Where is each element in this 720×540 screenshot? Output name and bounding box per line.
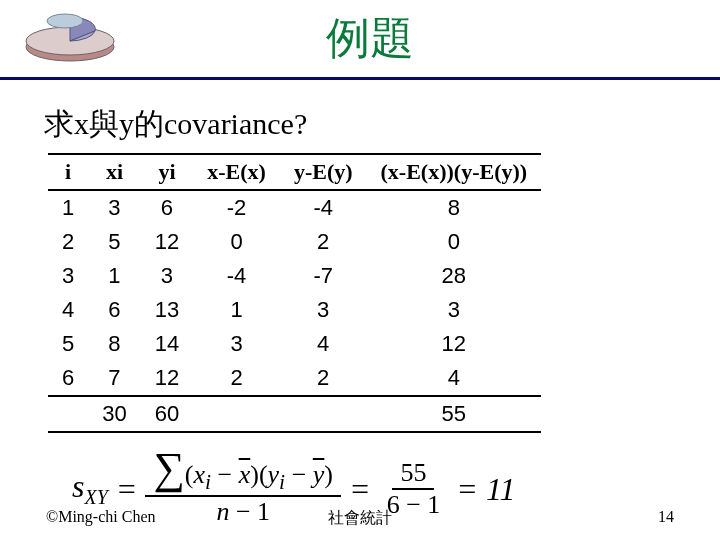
table-cell: -4 [193,259,280,293]
table-cell: 12 [367,327,542,361]
table-row: 313-4-728 [48,259,541,293]
col-header: (x-E(x))(y-E(y)) [367,154,542,190]
question-text: 求x與y的covariance? [0,80,720,153]
table-cell: 5 [88,225,140,259]
slide-footer: ©Ming-chi Chen 社會統計 14 [0,508,720,526]
slide-header: 例題 [0,0,720,80]
table-cell: 6 [141,190,193,225]
equals-sign-2: = [349,471,371,508]
table-cell: 12 [141,361,193,396]
table-cell: 4 [280,327,367,361]
table-cell: 3 [141,259,193,293]
col-header: i [48,154,88,190]
sum-cell [48,396,88,432]
col-header: y-E(y) [280,154,367,190]
table-cell: 13 [141,293,193,327]
table-cell: 4 [48,293,88,327]
table-cell: 7 [88,361,140,396]
table-cell: 0 [193,225,280,259]
sum-cell: 55 [367,396,542,432]
table-cell: 0 [367,225,542,259]
sum-cell: 30 [88,396,140,432]
table-cell: -4 [280,190,367,225]
sum-row: 306055 [48,396,541,432]
table-cell: 2 [193,361,280,396]
col-header: xi [88,154,140,190]
table-cell: 4 [367,361,542,396]
equals-sign: = [116,471,138,508]
footer-pagenum: 14 [658,508,674,526]
col-header: x-E(x) [193,154,280,190]
table-cell: -7 [280,259,367,293]
table-cell: 2 [280,361,367,396]
table-cell: 3 [48,259,88,293]
data-table-container: ixiyix-E(x)y-E(y)(x-E(x))(y-E(y)) 136-2-… [0,153,720,433]
table-cell: 3 [367,293,542,327]
sum-cell [280,396,367,432]
table-cell: 8 [367,190,542,225]
slide-title: 例題 [20,9,720,68]
equals-sign-3: = [456,471,478,508]
table-cell: 1 [193,293,280,327]
table-row: 136-2-48 [48,190,541,225]
footer-author: ©Ming-chi Chen [46,508,155,526]
table-cell: 2 [48,225,88,259]
table-cell: 8 [88,327,140,361]
sum-cell [193,396,280,432]
formula-subscript: XY [84,487,107,509]
covariance-table: ixiyix-E(x)y-E(y)(x-E(x))(y-E(y)) 136-2-… [48,153,541,433]
formula-symbol: s [72,468,84,504]
formula-result: 11 [486,471,516,508]
table-cell: 1 [48,190,88,225]
table-cell: 14 [141,327,193,361]
table-cell: 3 [280,293,367,327]
table-row: 4613133 [48,293,541,327]
table-cell: 6 [88,293,140,327]
table-row: 2512020 [48,225,541,259]
table-cell: 1 [88,259,140,293]
table-cell: 3 [88,190,140,225]
footer-course: 社會統計 [328,508,392,529]
table-row: 6712224 [48,361,541,396]
table-cell: 5 [48,327,88,361]
table-cell: 2 [280,225,367,259]
table-cell: 28 [367,259,542,293]
table-cell: -2 [193,190,280,225]
table-row: 58143412 [48,327,541,361]
table-cell: 12 [141,225,193,259]
table-cell: 6 [48,361,88,396]
sum-cell: 60 [141,396,193,432]
col-header: yi [141,154,193,190]
table-cell: 3 [193,327,280,361]
